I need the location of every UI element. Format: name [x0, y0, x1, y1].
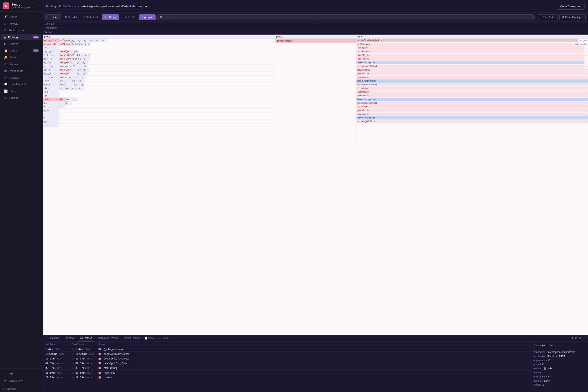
flame-row[interactable]: requireModuleOrMock—: [356, 64, 588, 68]
flame-row[interactable]: r_ —: [43, 112, 275, 116]
sidebar-footer-whats-new[interactable]: ★ What's new: [1, 377, 41, 384]
gear-icon[interactable]: ⚙: [72, 367, 74, 369]
expand-icon[interactable]: ›: [102, 357, 103, 360]
expand-icon[interactable]: ›: [102, 352, 103, 356]
tab-application-frames[interactable]: Application Frames: [94, 335, 120, 342]
sidebar-item-alerts[interactable]: 🔔 Alerts: [1, 54, 41, 60]
sidebar-item-releases[interactable]: ⬡ Releases: [1, 74, 41, 81]
transaction-expand-icon[interactable]: ▾: [315, 26, 586, 30]
flame-row[interactable]: _execModule: [356, 94, 588, 98]
flame-row[interactable]: requireModule: [356, 86, 588, 90]
sidebar-item-settings[interactable]: ⚙ Settings: [1, 94, 41, 101]
flame-row[interactable]: _loadModule: [356, 109, 588, 112]
flame-row[interactable]: requireModule: [356, 105, 588, 109]
tab-system-frames[interactable]: System Frames: [120, 335, 142, 342]
flame-row[interactable]: re_r 0-> —deep_jectactf_la_t: [43, 61, 275, 64]
flame-row[interactable]: _loadModule—: [356, 54, 588, 57]
split-v-icon[interactable]: ⊞: [579, 337, 581, 340]
flame-row[interactable]: f_l d_: [43, 94, 275, 98]
flame-row[interactable]: 0_k __e —deep_ject—u_nf_e: [43, 72, 275, 76]
flame-row[interactable]: u_y—p_: [43, 101, 275, 105]
collapse-button[interactable]: ‹ Collapse: [0, 386, 43, 392]
flame-row[interactable]: Object.<anonymous>: [356, 116, 588, 120]
flame-row[interactable]: w_ —: [43, 116, 275, 120]
sort-desc-icon[interactable]: ↓: [85, 343, 86, 346]
table-row[interactable]: 49.35ms 0.1% ⚙ 49.35ms 0.1% › deepCyclic…: [43, 361, 531, 366]
flame-row[interactable]: _execModule: [356, 76, 588, 79]
minimap-expand-icon[interactable]: ▾: [315, 22, 586, 25]
goto-transaction-button[interactable]: Go to Transaction: [557, 3, 585, 10]
left-heavy-button[interactable]: Left Heavy: [102, 14, 119, 20]
flame-row[interactable]: f_s __e —unk_wn—p_tf_l: [43, 76, 275, 79]
gear-icon[interactable]: ⚙: [72, 353, 74, 355]
gear-icon[interactable]: ⚙: [72, 372, 74, 374]
tab-all-frames[interactable]: All Frames: [78, 335, 94, 342]
flame-row[interactable]: u_y r_kdee_ct—w_cu_y: [43, 83, 275, 86]
flame-row[interactable]: r_l 0->0->…—w_: [43, 98, 275, 101]
split-h-icon[interactable]: ⊟: [575, 337, 577, 340]
flame-row[interactable]: r_l 0-> —0_>—r_cr_l: [43, 79, 275, 83]
sidebar-item-performance[interactable]: ⟳ Performance: [1, 27, 41, 34]
gear-icon[interactable]: ⚙: [72, 376, 74, 379]
table-row[interactable]: 1.44s 2.8% ⚙ 1.44s 2.8% › (garbage colle…: [43, 347, 531, 352]
flame-row[interactable]: runMicrotasksgetAl_Copyca_Fnu_ep_n: [43, 42, 275, 46]
flame-row[interactable]: requireModule: [356, 68, 588, 72]
flame-row[interactable]: processTicksAndRejectionsrequ_ock: [356, 39, 588, 42]
info-icon[interactable]: ℹ: [56, 343, 56, 346]
table-row[interactable]: 29.75ms 0.1% ⚙ 29.75ms 0.1% › _attach: [43, 375, 531, 380]
flame-row[interactable]: proces_ctionsrunTe_rnal_c_stu_nu_n———: [43, 39, 275, 42]
flame-row[interactable]: p_t —: [43, 109, 275, 112]
breadcrumb-profile-summary[interactable]: Profile Summary: [59, 5, 79, 8]
sidebar-item-profiling[interactable]: ▤ Profiling beta: [0, 34, 41, 40]
flame-row[interactable]: _loadModule: [356, 90, 588, 94]
chevron-down-icon[interactable]: ▾: [38, 4, 40, 7]
flame-row[interactable]: ca_n r_e —deepC_jectun_wn: [43, 50, 275, 54]
flamegraph-scroll[interactable]: (root) proces_ctionsrunTe_rnal_c_stu_nu_…: [43, 34, 588, 335]
flame-row[interactable]: Pr_d __e —deepC_CopyPr_ed0_ep_e: [43, 54, 275, 57]
sidebar-item-user-feedback[interactable]: 💬 User Feedback: [1, 81, 41, 88]
flame-row[interactable]: u_n r_—: [43, 105, 275, 109]
sidebar-item-dashboards[interactable]: ▦ Dashboards: [1, 68, 41, 74]
color-coding-button[interactable]: ⊜ Color Coding ▾: [559, 14, 586, 20]
breadcrumb-profiling[interactable]: Profiling: [46, 5, 56, 8]
flame-row[interactable]: requireM_leOrMock: [356, 120, 588, 123]
table-row[interactable]: 30.39ms 0.1% ⚙ 30.39ms 0.1% › FiberNode: [43, 370, 531, 375]
gear-icon[interactable]: ⚙: [72, 348, 74, 350]
flame-row[interactable]: requireModuleOrMock: [356, 83, 588, 86]
info-icon[interactable]: ℹ: [83, 343, 84, 346]
tab-bottom-up[interactable]: Bottom Up: [45, 335, 62, 342]
sidebar-footer-help[interactable]: ? Help: [1, 370, 41, 377]
flame-row[interactable]: _c_t j_r_ —: [43, 46, 275, 50]
call-order-button[interactable]: Call Order: [63, 14, 79, 20]
expand-icon[interactable]: ›: [102, 376, 103, 379]
flame-row[interactable]: p_ —: [43, 120, 275, 123]
sidebar-item-discover[interactable]: ◇ Discover: [1, 61, 41, 67]
panel-tab-transaction[interactable]: Transaction: [533, 344, 546, 348]
top-down-button[interactable]: Top Down: [139, 14, 156, 20]
tab-top-down[interactable]: Top Down: [62, 335, 78, 342]
fullscreen-icon[interactable]: ⛶: [583, 337, 586, 340]
download-icon[interactable]: ⬇: [571, 337, 574, 340]
panel-tab-device[interactable]: Device: [549, 344, 556, 348]
flame-row[interactable]: requireModule—: [356, 50, 588, 54]
expand-icon[interactable]: ›: [102, 362, 103, 365]
table-row[interactable]: 162.06ms 0.3% ⚙ 162.06ms 0.3% › deepCycl…: [43, 352, 531, 356]
flame-row[interactable]: _loadModule: [356, 72, 588, 76]
expand-icon[interactable]: ›: [102, 371, 103, 374]
flame-row[interactable]: _execModule: [356, 112, 588, 116]
table-row[interactable]: 33.57ms 0.1% ⚙ 33.57ms 0.1% › startProfi…: [43, 366, 531, 370]
expand-icon[interactable]: ›: [102, 348, 103, 351]
bottom-up-button[interactable]: Bottom Up: [120, 14, 137, 20]
flame-row[interactable]: act r_e —deep_Copy—u_yb_l: [43, 68, 275, 72]
sidebar-item-replays[interactable]: ▶ Replays: [1, 40, 41, 47]
flame-row[interactable]: un_n __e —deep_Copyre_erf_ea_r: [43, 57, 275, 61]
flame-row[interactable]: Object.<anonymous>: [356, 98, 588, 101]
flame-row[interactable]: _execModule—: [356, 57, 588, 61]
collapse-recursion-checkbox[interactable]: [145, 337, 147, 340]
flame-row[interactable]: requireModuleOrMock: [356, 101, 588, 105]
gear-icon[interactable]: ⚙: [72, 362, 74, 364]
sidebar-item-issues[interactable]: ⚡ Issues: [1, 14, 41, 20]
table-row[interactable]: 85.63ms 0.2% ⚙ 85.63ms 0.2% › deepCyclic…: [43, 356, 531, 361]
gear-icon[interactable]: ⚙: [72, 358, 74, 360]
sidebar-item-projects[interactable]: ◻ Projects: [1, 20, 41, 27]
